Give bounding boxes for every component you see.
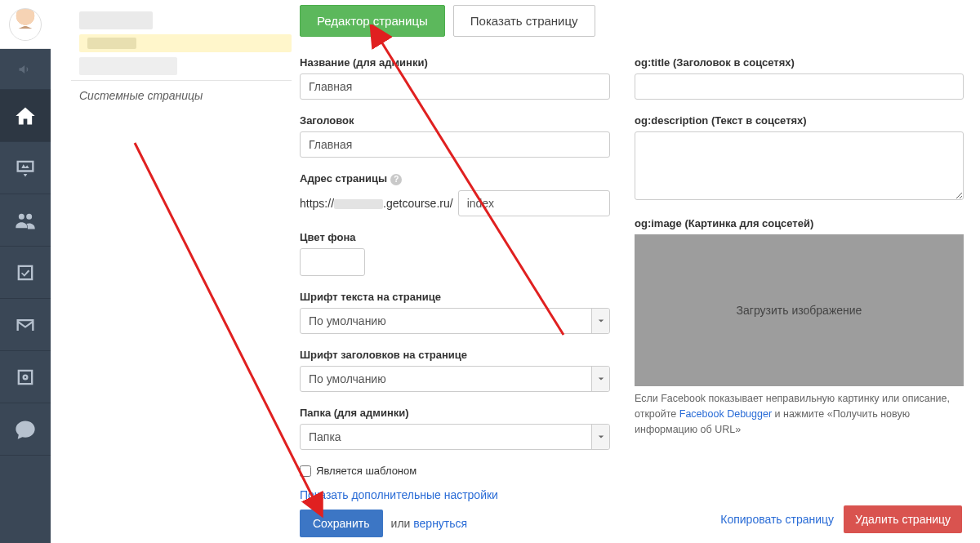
help-icon[interactable]: ?	[390, 174, 402, 185]
nav-mail[interactable]	[0, 299, 51, 351]
blurred-item	[79, 57, 177, 75]
select-font-text[interactable]: По умолчанию	[300, 308, 610, 334]
nav-tasks[interactable]	[0, 247, 51, 299]
divider	[71, 80, 292, 81]
user-avatar[interactable]	[0, 0, 51, 49]
nav-home[interactable]	[0, 90, 51, 142]
textarea-og-description[interactable]	[635, 131, 964, 200]
system-pages-link[interactable]: Системные страницы	[79, 89, 300, 102]
nav-users[interactable]	[0, 194, 51, 247]
label-heading: Заголовок	[300, 114, 610, 127]
home-icon	[14, 105, 37, 127]
active-page-item[interactable]	[79, 34, 292, 52]
label-url: Адрес страницы?	[300, 172, 610, 185]
delete-page-button[interactable]: Удалить страницу	[844, 505, 962, 533]
label-og-description: og:description (Текст в соцсетях)	[635, 114, 964, 127]
main-content: Редактор страницы Показать страницу Назв…	[300, 0, 980, 543]
link-copy-page[interactable]: Копировать страницу	[720, 513, 834, 526]
link-show-more-settings[interactable]: Показать дополнительные настройки	[300, 488, 498, 501]
label-og-image: og:image (Картинка для соцсетей)	[635, 217, 964, 229]
users-icon	[14, 209, 37, 232]
og-image-upload[interactable]: Загрузить изображение	[635, 234, 964, 386]
nav-speaker[interactable]	[0, 49, 51, 90]
tab-editor[interactable]: Редактор страницы	[300, 5, 445, 37]
select-font-heading[interactable]: По умолчанию	[300, 366, 610, 392]
safe-icon	[14, 366, 37, 389]
mail-icon	[14, 314, 37, 336]
blurred-item	[79, 11, 153, 29]
tab-show-page[interactable]: Показать страницу	[453, 5, 595, 37]
checkbox-is-template-label: Является шаблоном	[316, 465, 416, 477]
label-bgcolor: Цвет фона	[300, 231, 610, 243]
label-title-admin: Название (для админки)	[300, 56, 610, 69]
nav-chat[interactable]	[0, 403, 51, 456]
presentation-icon	[14, 157, 37, 180]
label-font-text: Шрифт текста на странице	[300, 291, 610, 303]
input-url-slug[interactable]	[458, 190, 610, 216]
label-font-heading: Шрифт заголовков на странице	[300, 349, 610, 361]
chat-icon	[14, 418, 37, 441]
link-facebook-debugger[interactable]: Facebook Debugger	[679, 408, 772, 420]
input-og-title[interactable]	[635, 73, 964, 100]
label-folder: Папка (для админки)	[300, 407, 610, 419]
select-folder[interactable]: Папка	[300, 424, 610, 450]
megaphone-icon	[17, 61, 33, 78]
save-button[interactable]: Сохранить	[300, 510, 383, 537]
page-list-sidebar: Системные страницы	[51, 0, 300, 543]
url-prefix: https://.getcourse.ru/	[300, 197, 453, 210]
checkbox-icon	[14, 261, 37, 284]
or-text: или вернуться	[391, 517, 468, 530]
checkbox-is-template-row[interactable]: Является шаблоном	[300, 465, 610, 477]
nav-safe[interactable]	[0, 351, 51, 403]
checkbox-is-template[interactable]	[300, 465, 311, 477]
input-title-admin[interactable]	[300, 73, 610, 100]
input-bgcolor[interactable]	[300, 248, 365, 276]
og-facebook-help: Если Facebook показывает неправильную ка…	[635, 391, 964, 437]
nav-iconbar	[0, 0, 51, 543]
label-og-title: og:title (Заголовок в соцсетях)	[635, 56, 964, 69]
nav-presentation[interactable]	[0, 142, 51, 194]
input-heading[interactable]	[300, 131, 610, 158]
link-back[interactable]: вернуться	[413, 517, 467, 530]
